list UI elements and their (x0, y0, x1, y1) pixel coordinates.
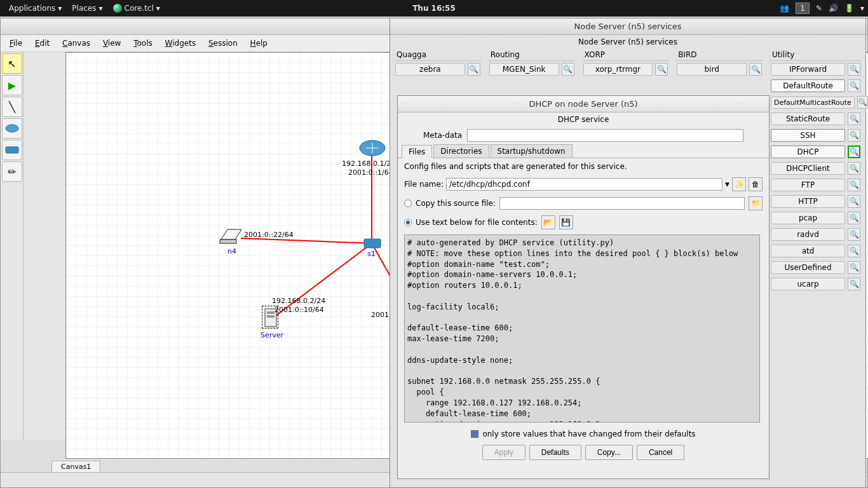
node-switch-s1[interactable] (363, 238, 381, 248)
n4-label: n4 (227, 247, 236, 255)
tool-router[interactable] (2, 118, 22, 139)
svc-radvd[interactable]: radvd (771, 228, 845, 241)
dhcp-titlebar: DHCP on node Server (n5) (398, 96, 769, 112)
node-router[interactable] (358, 139, 386, 157)
svg-point-0 (6, 125, 18, 132)
menu-edit[interactable]: Edit (30, 37, 55, 49)
svc-defaultroute-cfg[interactable]: 🔍 (848, 79, 860, 92)
svc-pcap-cfg[interactable]: 🔍 (848, 212, 860, 224)
menu-tools[interactable]: Tools (128, 37, 158, 49)
svc-staticroute[interactable]: StaticRoute (771, 112, 845, 125)
svc-dhcp-cfg[interactable]: 🔍 (848, 146, 860, 158)
svg-rect-1 (6, 147, 18, 153)
delete-file-icon[interactable]: 🗑 (749, 177, 763, 191)
tab-directories[interactable]: Directories (433, 144, 489, 158)
menu-file[interactable]: File (4, 37, 27, 49)
svc-mgen[interactable]: MGEN_Sink (489, 63, 559, 76)
tool-annotate[interactable]: ✏ (2, 161, 22, 182)
svc-ssh[interactable]: SSH (771, 129, 845, 142)
svc-defaultroute[interactable]: DefaultRoute (771, 79, 845, 92)
svc-dhcp[interactable]: DHCP (771, 146, 845, 158)
tool-link[interactable]: ╲ (2, 97, 22, 117)
radio-use-text[interactable] (404, 219, 412, 226)
svc-defmcast-cfg[interactable]: 🔍 (857, 96, 868, 109)
svc-defmcast[interactable]: DefaultMulticastRoute (771, 97, 855, 109)
svc-http[interactable]: HTTP (771, 195, 845, 208)
volume-icon[interactable]: 🔊 (829, 4, 838, 13)
copy-button[interactable]: Copy... (585, 445, 633, 460)
applications-menu[interactable]: Applications ▾ (4, 4, 67, 13)
svc-http-cfg[interactable]: 🔍 (848, 195, 860, 208)
svc-userdefined[interactable]: UserDefined (771, 261, 845, 274)
svc-atd[interactable]: atd (771, 245, 845, 257)
menu-session[interactable]: Session (203, 37, 243, 49)
svc-userdefined-cfg[interactable]: 🔍 (848, 261, 860, 274)
defaults-button[interactable]: Defaults (529, 445, 581, 460)
only-changed-checkbox[interactable] (471, 430, 478, 438)
tab-startup[interactable]: Startup/shutdown (491, 144, 573, 158)
menu-canvas[interactable]: Canvas (57, 37, 95, 49)
save-icon[interactable]: 💾 (559, 215, 573, 229)
services-subtitle: Node Server (n5) services (390, 35, 865, 49)
tool-run[interactable]: ▶ (2, 75, 22, 95)
globe-icon (113, 4, 122, 13)
power-icon[interactable]: ▾ (860, 4, 864, 13)
tab-files[interactable]: Files (402, 145, 432, 158)
server-label: Server (261, 331, 283, 339)
meta-input[interactable] (467, 129, 743, 142)
node-pc-n4[interactable] (219, 227, 244, 246)
app-indicator[interactable]: Core.tcl ▾ (108, 4, 165, 13)
radio-copy-source[interactable] (404, 200, 412, 207)
cancel-button[interactable]: Cancel (637, 445, 684, 460)
workspace-indicator[interactable]: 1 (796, 3, 810, 14)
tool-hub[interactable] (2, 140, 22, 160)
left-toolbar: ↖ ▶ ╲ ✏ (1, 52, 24, 440)
open-icon[interactable]: 📂 (541, 215, 555, 229)
svc-zebra-cfg[interactable]: 🔍 (468, 63, 480, 76)
svc-staticroute-cfg[interactable]: 🔍 (848, 112, 860, 125)
file-name-input[interactable] (446, 178, 722, 191)
svc-mgen-cfg[interactable]: 🔍 (562, 63, 574, 76)
users-icon[interactable]: 👥 (780, 4, 789, 13)
svc-bird-cfg[interactable]: 🔍 (749, 63, 762, 76)
tool-select[interactable]: ↖ (2, 53, 22, 74)
dhcp-help: Config files and scripts that are genera… (398, 158, 769, 175)
file-label: File name: (404, 180, 444, 189)
svc-atd-cfg[interactable]: 🔍 (848, 245, 860, 257)
svc-pcap[interactable]: pcap (771, 212, 845, 224)
svc-zebra[interactable]: zebra (395, 63, 465, 76)
canvas-tab[interactable]: Canvas1 (51, 461, 100, 472)
svc-ftp[interactable]: FTP (771, 179, 845, 191)
server-ip6: 2001:0::10/64 (275, 306, 324, 314)
dropdown-icon[interactable]: ▼ (725, 181, 729, 187)
file-contents[interactable] (404, 234, 760, 423)
battery-icon[interactable]: 🔋 (844, 4, 854, 13)
svc-ipforward-cfg[interactable]: 🔍 (848, 63, 860, 76)
places-menu[interactable]: Places ▾ (67, 4, 107, 13)
new-file-icon[interactable]: ✨ (732, 177, 746, 191)
group-quagga-title: Quagga (394, 49, 482, 61)
svc-dhcpclient-cfg[interactable]: 🔍 (848, 162, 860, 175)
svc-radvd-cfg[interactable]: 🔍 (848, 228, 860, 241)
apply-button[interactable]: Apply (482, 445, 526, 460)
svc-ucarp[interactable]: ucarp (771, 278, 845, 290)
meta-label: Meta-data (423, 131, 462, 140)
copy-source-input[interactable] (499, 197, 745, 210)
clock[interactable]: Thu 16:55 (412, 4, 456, 13)
svc-ftp-cfg[interactable]: 🔍 (848, 179, 860, 191)
svc-bird[interactable]: bird (677, 63, 747, 76)
dhcp-service-label: DHCP service (398, 112, 769, 126)
only-changed-label: only store values that have changed from… (482, 430, 695, 438)
svc-xorp-cfg[interactable]: 🔍 (655, 63, 668, 76)
svc-ipforward[interactable]: IPForward (771, 63, 845, 76)
svc-ucarp-cfg[interactable]: 🔍 (848, 278, 860, 290)
svc-ssh-cfg[interactable]: 🔍 (848, 129, 860, 142)
menu-widgets[interactable]: Widgets (160, 37, 201, 49)
menu-help[interactable]: Help (245, 37, 273, 49)
s1-label: s1 (367, 250, 376, 258)
svc-xorp[interactable]: xorp_rtrmgr (583, 63, 653, 76)
menu-view[interactable]: View (98, 37, 126, 49)
brush-icon[interactable]: ✎ (816, 4, 822, 13)
browse-icon[interactable]: 📁 (749, 196, 763, 210)
svc-dhcpclient[interactable]: DHCPClient (771, 162, 845, 175)
